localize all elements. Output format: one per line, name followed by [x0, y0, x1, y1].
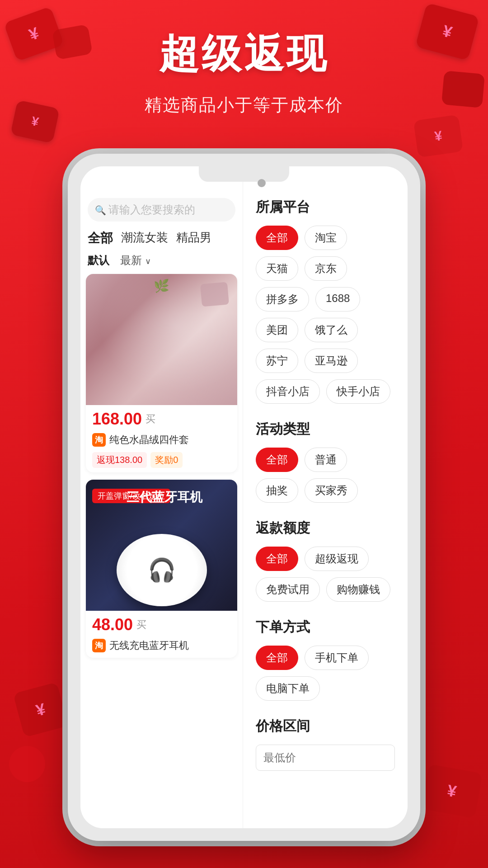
filter-tag-activity-all[interactable]: 全部 [256, 448, 298, 472]
filter-tag-jingdong[interactable]: 京东 [305, 256, 347, 281]
platform-badge-taobao-2: 淘 [92, 639, 106, 652]
buy-btn-placeholder-2: 买 [136, 618, 146, 632]
filter-tags-platform: 全部 淘宝 天猫 京东 拼多多 1688 美团 饿了么 苏宁 亚马逊 抖音小店 … [256, 226, 395, 404]
filter-tag-kuaishou[interactable]: 快手小店 [326, 379, 390, 404]
search-placeholder: 请输入您要搜索的 [108, 203, 195, 217]
phone-notch [199, 166, 289, 182]
sort-bar: 默认 最新 ∨ [80, 247, 243, 274]
category-tabs: 全部 潮流女装 精品男 [80, 222, 243, 247]
header-subtitle: 精选商品小于等于成本价 [0, 94, 488, 117]
header: 超级返现 精选商品小于等于成本价 [0, 27, 488, 117]
product-card-bedding[interactable]: 🌿 168.00 买 淘 纯色水晶绒四件套 返现138.00 奖励0 [86, 274, 237, 472]
filter-section-activity: 活动类型 全部 普通 抽奖 买家秀 [256, 420, 395, 503]
product-card-earbuds[interactable]: 开盖弹窗/改名定位 三代蓝牙耳机 🎧 48.00 买 淘 无线充电蓝牙耳机 [86, 480, 237, 658]
filter-tag-order-all[interactable]: 全部 [256, 646, 298, 670]
filter-tag-cashback-all[interactable]: 全部 [256, 547, 298, 571]
filter-tag-meituan[interactable]: 美团 [256, 318, 298, 342]
sort-chevron: ∨ [145, 257, 151, 266]
filter-title-platform: 所属平台 [256, 198, 395, 217]
product-price-row-2: 48.00 买 [86, 611, 237, 636]
product-price-row-1: 168.00 买 [86, 405, 237, 430]
filter-tag-1688[interactable]: 1688 [315, 287, 360, 311]
filter-section-cashback: 返款额度 全部 超级返现 免费试用 购物赚钱 [256, 519, 395, 602]
filter-tag-shopping-earn[interactable]: 购物赚钱 [326, 577, 390, 602]
cat-tab-all[interactable]: 全部 [88, 230, 113, 247]
platform-badge-taobao-1: 淘 [92, 433, 106, 447]
search-icon: 🔍 [95, 205, 105, 215]
filter-tag-normal[interactable]: 普通 [305, 448, 347, 472]
sort-latest[interactable]: 最新 ∨ [120, 253, 151, 268]
filter-tags-activity: 全部 普通 抽奖 买家秀 [256, 448, 395, 503]
price-min-input[interactable] [256, 745, 395, 770]
buy-btn-placeholder: 买 [145, 412, 155, 426]
price-range-input[interactable]: — [256, 745, 395, 771]
earbuds-title: 三代蓝牙耳机 [127, 489, 202, 506]
filter-tags-cashback: 全部 超级返现 免费试用 购物赚钱 [256, 547, 395, 602]
product-name-1: 纯色水晶绒四件套 [109, 433, 189, 447]
phone-camera [258, 179, 266, 187]
deco-coin-3: ¥ [421, 764, 483, 818]
filter-tag-pinduoduo[interactable]: 拼多多 [256, 287, 309, 311]
reward-tag-1: 奖励0 [150, 452, 183, 468]
bedding-product-image: 🌿 [86, 274, 237, 405]
filter-section-price: 价格区间 — [256, 717, 395, 771]
right-panel: 所属平台 全部 淘宝 天猫 京东 拼多多 1688 美团 饿了么 苏宁 亚马逊 … [243, 166, 408, 828]
filter-tag-pc-order[interactable]: 电脑下单 [256, 676, 320, 701]
sort-default[interactable]: 默认 [88, 253, 109, 268]
product-info-2: 淘 无线充电蓝牙耳机 [86, 636, 237, 658]
filter-title-price: 价格区间 [256, 717, 395, 736]
filter-section-order-method: 下单方式 全部 手机下单 电脑下单 [256, 618, 395, 701]
filter-title-order: 下单方式 [256, 618, 395, 637]
filter-tags-order: 全部 手机下单 电脑下单 [256, 646, 395, 701]
filter-tag-platform-all[interactable]: 全部 [256, 226, 298, 250]
deco-envelope-5: ¥ [413, 114, 463, 157]
filter-tag-taobao[interactable]: 淘宝 [305, 226, 347, 250]
filter-tag-free-trial[interactable]: 免费试用 [256, 577, 320, 602]
phone-mockup: 🔍 请输入您要搜索的 全部 潮流女装 精品男 默认 最新 ∨ [68, 154, 420, 841]
filter-tag-super-cashback[interactable]: 超级返现 [305, 547, 369, 571]
phone-screen: 🔍 请输入您要搜索的 全部 潮流女装 精品男 默认 最新 ∨ [80, 166, 408, 828]
header-title: 超级返现 [0, 27, 488, 81]
filter-tag-amazon[interactable]: 亚马逊 [305, 349, 358, 373]
filter-title-activity: 活动类型 [256, 420, 395, 439]
filter-tag-tianmao[interactable]: 天猫 [256, 256, 298, 281]
product-info-1: 淘 纯色水晶绒四件套 [86, 430, 237, 452]
filter-section-platform: 所属平台 全部 淘宝 天猫 京东 拼多多 1688 美团 饿了么 苏宁 亚马逊 … [256, 198, 395, 404]
left-panel: 🔍 请输入您要搜索的 全部 潮流女装 精品男 默认 最新 ∨ [80, 166, 243, 828]
earbuds-product-image: 开盖弹窗/改名定位 三代蓝牙耳机 🎧 [86, 480, 237, 611]
product-name-2: 无线充电蓝牙耳机 [109, 639, 189, 652]
filter-tag-eleme[interactable]: 饿了么 [305, 318, 358, 342]
cat-tab-womens[interactable]: 潮流女装 [121, 230, 168, 247]
search-bar[interactable]: 🔍 请输入您要搜索的 [88, 198, 235, 222]
filter-tag-douyin[interactable]: 抖音小店 [256, 379, 320, 404]
cashback-tags-1: 返现138.00 奖励0 [86, 452, 237, 472]
filter-tag-lottery[interactable]: 抽奖 [256, 478, 298, 503]
filter-title-cashback: 返款额度 [256, 519, 395, 538]
filter-tag-suning[interactable]: 苏宁 [256, 349, 298, 373]
filter-tag-mobile-order[interactable]: 手机下单 [305, 646, 369, 670]
filter-tag-buyer-show[interactable]: 买家秀 [305, 478, 358, 503]
product-price-2: 48.00 [92, 615, 133, 634]
cashback-tag-1: 返现138.00 [92, 452, 147, 468]
cat-tab-mens[interactable]: 精品男 [176, 230, 211, 247]
product-price-1: 168.00 [92, 410, 142, 429]
